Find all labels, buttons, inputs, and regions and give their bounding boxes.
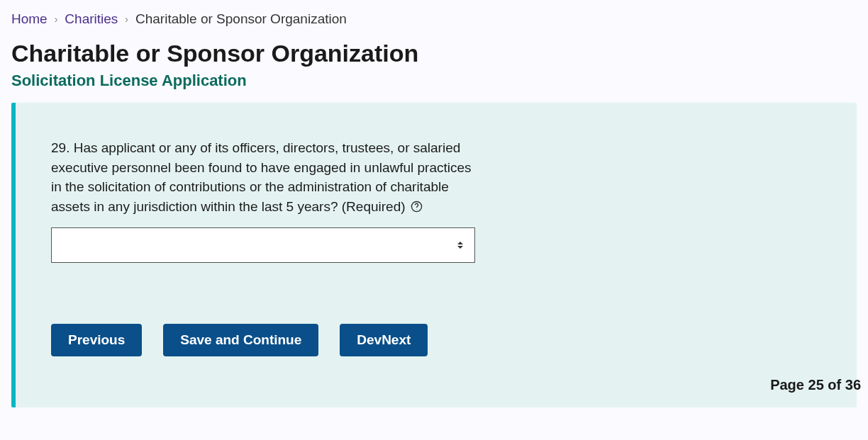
question-29-label: 29. Has applicant or any of its officers… xyxy=(51,138,477,216)
page-subtitle: Solicitation License Application xyxy=(11,72,857,90)
chevron-right-icon: › xyxy=(55,13,58,25)
page-indicator: Page 25 of 36 xyxy=(770,377,861,393)
breadcrumb-charities-link[interactable]: Charities xyxy=(65,11,118,27)
form-panel: 29. Has applicant or any of its officers… xyxy=(11,103,857,407)
button-row: Previous Save and Continue DevNext xyxy=(51,324,821,356)
question-29-select-wrap xyxy=(51,227,475,263)
dev-next-button[interactable]: DevNext xyxy=(340,324,428,356)
previous-button[interactable]: Previous xyxy=(51,324,142,356)
breadcrumb-home-link[interactable]: Home xyxy=(11,11,48,27)
required-indicator: (Required) xyxy=(342,199,406,214)
breadcrumb: Home › Charities › Charitable or Sponsor… xyxy=(11,11,857,27)
breadcrumb-current: Charitable or Sponsor Organization xyxy=(135,11,347,27)
chevron-right-icon: › xyxy=(125,13,128,25)
page-title: Charitable or Sponsor Organization xyxy=(11,40,857,67)
svg-point-1 xyxy=(416,209,417,210)
help-icon[interactable] xyxy=(411,201,423,213)
save-and-continue-button[interactable]: Save and Continue xyxy=(163,324,318,356)
